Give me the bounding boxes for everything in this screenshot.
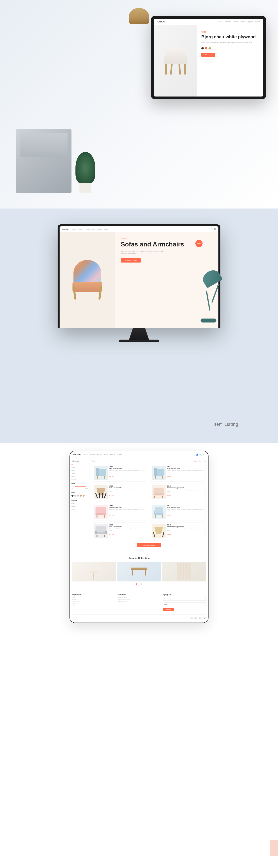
coffee-table-illustration <box>131 567 147 576</box>
site-nav-products[interactable]: Products <box>97 454 102 455</box>
social-instagram-icon[interactable]: in <box>198 617 202 619</box>
color-filter-pink[interactable] <box>77 495 79 497</box>
subscribe-button[interactable]: Subscribe <box>163 608 174 611</box>
sidebar-cat-lamps[interactable]: Lamps <box>71 475 88 477</box>
signup-name-input[interactable] <box>163 597 206 601</box>
imac-nav-magazine: Magazine <box>97 228 102 230</box>
ch2-back <box>154 468 157 476</box>
site-body: Categories All Chairs Sofas Tables Lamps… <box>70 458 208 553</box>
site-nav-contact[interactable]: Contact <box>117 454 122 455</box>
color-filter-dark[interactable] <box>71 495 73 497</box>
imac-section: Furniture Home Collection Products About… <box>0 209 278 443</box>
product-desc-3: Lorem ipsum dolor sit amet, consectetur … <box>110 489 146 493</box>
tablet-nav-magazine: Magazine <box>247 21 253 23</box>
sort-popular[interactable]: Popular <box>193 460 197 462</box>
sidebar-cat-shelves[interactable]: Shelves <box>71 478 88 480</box>
sort-new[interactable]: New <box>198 460 201 462</box>
sale-badge: 45% <box>195 240 203 247</box>
signup-email-input[interactable] <box>163 602 206 606</box>
product-price-4: 386 € <box>167 485 204 487</box>
product-card-1: 386 € Polo armchair, blue Lorem ipsum do… <box>92 464 148 482</box>
sidebar-cat-all[interactable]: All <box>71 463 88 465</box>
imac-discover-button[interactable]: Discover our Chairs <box>121 258 141 262</box>
ch6-leg1 <box>155 515 156 518</box>
site-icon-cart[interactable]: 🛒 <box>203 454 205 456</box>
lamp-cord <box>139 0 139 8</box>
product-link-3[interactable]: Buy now <box>110 495 114 496</box>
listing-section: Furniture Home Collection Products About… <box>0 443 278 868</box>
sidebar-mat-leather[interactable]: Leather <box>71 505 88 507</box>
sidebar-mat-fabric[interactable]: Fabric <box>71 502 88 504</box>
product-image-7 <box>94 524 108 538</box>
product-link-6[interactable]: Buy now <box>167 515 172 516</box>
ch5-back <box>95 507 106 513</box>
footer-link-contact[interactable]: Contact Us <box>72 598 115 600</box>
imac-stand <box>129 328 149 340</box>
product-price-2: 386 € <box>167 466 204 467</box>
product-desc-5: Lorem ipsum dolor sit amet, consectetur … <box>110 508 146 512</box>
product-desc-7: Lorem ipsum dolor sit amet, consectetur … <box>110 528 146 531</box>
product-card-3: 388 € Polo armchair, blue Lorem ipsum do… <box>92 484 148 501</box>
sidebar-price: Price 100 € 900 € <box>71 483 88 489</box>
product-link-4[interactable]: Buy now <box>167 495 172 496</box>
chair-thumb-4 <box>153 486 165 498</box>
site-nav-about[interactable]: About <box>104 454 107 455</box>
site-nav-collection[interactable]: Collection <box>90 454 95 455</box>
sort-price[interactable]: Price <box>203 460 206 462</box>
site-icon-search[interactable]: 🔍 <box>199 454 202 456</box>
social-pinterest-icon[interactable]: p <box>203 617 206 619</box>
plant-pot <box>80 183 91 193</box>
social-facebook-icon[interactable]: f <box>190 617 193 619</box>
product-desc-2: Lorem ipsum dolor sit amet, consectetur … <box>167 470 204 473</box>
imac-wrapper: Furniture Home Collection Products About… <box>50 224 228 342</box>
footer-link-privacy[interactable]: Privacy Policy <box>72 600 115 602</box>
footer-link-faq[interactable]: FAQ <box>72 604 115 606</box>
product-info-4: 386 € Kadyarmchair, patchwork Lorem ipsu… <box>167 485 204 499</box>
color-swatch-orange[interactable] <box>205 47 207 50</box>
sidebar-cat-sofas[interactable]: Sofas <box>71 469 88 471</box>
site-nav-magazine[interactable]: Magazine <box>110 454 115 455</box>
footer-signup-title: Sign Up Now <box>163 594 206 595</box>
product-link-8[interactable]: Buy now <box>167 534 172 535</box>
sort-bar: Sort by: Popular New Price <box>92 460 206 462</box>
color-swatch-dark[interactable] <box>202 47 204 50</box>
sidebar-cat-tables[interactable]: Tables <box>71 472 88 474</box>
sidebar-mat-wood[interactable]: Wood <box>71 508 88 510</box>
collection-title: Autumn Collection <box>72 557 206 560</box>
site-main: Sort by: Popular New Price <box>90 458 208 553</box>
tablet-price: 193 € <box>202 31 259 33</box>
footer-link-about[interactable]: About Us <box>72 596 115 598</box>
ch5-leg1 <box>96 515 97 518</box>
footer-link-returns[interactable]: Returns <box>72 602 115 604</box>
show-more-button[interactable]: Show more products <box>137 543 161 547</box>
product-price-5: 399 € <box>110 505 146 506</box>
ch4-back <box>154 488 164 494</box>
page-dot-2[interactable] <box>138 583 140 585</box>
product-image-3 <box>94 485 108 499</box>
chair-illustration <box>164 47 187 75</box>
site-nav-home[interactable]: Home <box>84 454 88 455</box>
product-card-5: 399 € Ana armchair, blue Lorem ipsum dol… <box>92 503 148 521</box>
price-range-track[interactable] <box>71 486 87 487</box>
color-filter-brown[interactable] <box>83 495 85 497</box>
color-filter-tan[interactable] <box>80 495 82 497</box>
product-name-7: Polo armchair, blue <box>110 526 146 527</box>
sale-tag: Sale Off <box>121 238 213 240</box>
page-dot-1[interactable] <box>136 583 137 585</box>
lamp-base <box>200 318 216 322</box>
sidebar-categories: Categories All Chairs Sofas Tables Lamps… <box>71 460 88 480</box>
product-link-1[interactable]: Buy now <box>110 475 114 477</box>
product-link-7[interactable]: Buy now <box>110 534 114 535</box>
social-twitter-icon[interactable]: t <box>194 617 197 619</box>
product-link-2[interactable]: Buy now <box>167 475 172 477</box>
product-link-5[interactable]: Buy now <box>110 515 114 516</box>
color-filter-blue[interactable] <box>74 495 76 497</box>
chair-thumb-8 <box>153 525 165 537</box>
page-dot-3[interactable] <box>141 583 142 585</box>
sidebar-cat-chairs[interactable]: Chairs <box>71 466 88 468</box>
site-icon-account[interactable]: 👤 <box>196 454 198 456</box>
sort-options: Popular New Price <box>193 460 206 462</box>
color-swatch-tan[interactable] <box>209 47 211 50</box>
imac-nav: Furniture Home Collection Products About… <box>60 226 218 232</box>
add-to-cart-button[interactable]: Add to cart <box>202 53 215 57</box>
